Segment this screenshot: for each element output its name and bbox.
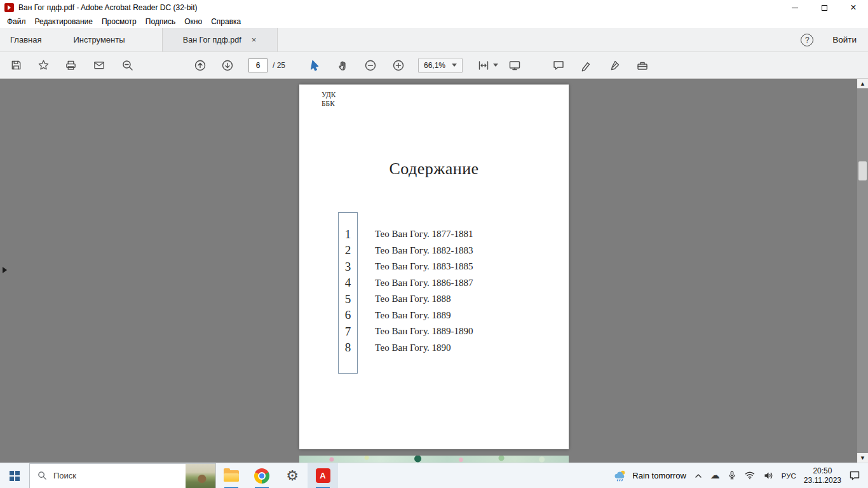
comment-bubble-icon <box>552 59 565 72</box>
plus-circle-icon <box>392 59 405 72</box>
scrollbar-thumb[interactable] <box>858 161 867 180</box>
toc-row: 2Тео Ван Гогу. 1882-1883 <box>338 243 473 259</box>
start-button[interactable] <box>0 463 29 488</box>
toc-number: 8 <box>338 341 358 355</box>
help-icon[interactable]: ? <box>801 34 813 46</box>
printer-icon <box>65 59 77 71</box>
acrobat-app-icon <box>4 3 14 12</box>
zoom-in-button[interactable] <box>389 56 408 75</box>
tab-home[interactable]: Главная <box>0 28 51 51</box>
highlight-button[interactable] <box>577 56 596 75</box>
page-count-label: / 25 <box>273 61 285 70</box>
minimize-button[interactable] <box>780 0 810 15</box>
toc-label: Тео Ван Гогу. 1877-1881 <box>375 229 473 240</box>
search-input[interactable] <box>53 471 158 480</box>
tab-bar: Главная Инструменты Ван Гог пдф.pdf × ? … <box>0 28 868 52</box>
tab-document-label: Ван Гог пдф.pdf <box>183 36 241 44</box>
maximize-icon <box>822 5 827 11</box>
zoom-level-dropdown[interactable]: 66,1% <box>418 58 463 73</box>
page-number-input[interactable] <box>248 58 268 72</box>
menu-window[interactable]: Окно <box>184 17 203 27</box>
hidden-icons-chevron-icon[interactable] <box>694 472 703 480</box>
maximize-button[interactable] <box>810 0 839 15</box>
scroll-up-button[interactable]: ▲ <box>857 79 868 88</box>
taskbar-file-explorer[interactable] <box>216 463 247 488</box>
save-button[interactable] <box>6 56 25 75</box>
envelope-icon <box>93 59 105 71</box>
sign-in-button[interactable]: Войти <box>832 35 857 44</box>
toc-number: 7 <box>338 325 358 339</box>
toc-number: 6 <box>338 308 358 322</box>
toc-row: 6Тео Ван Гогу. 1889 <box>338 308 473 324</box>
toc-row: 3Тео Ван Гогу. 1883-1885 <box>338 259 473 275</box>
page-fit-dropdown[interactable] <box>477 59 498 72</box>
toc-label: Тео Ван Гогу. 1890 <box>375 342 451 353</box>
scroll-down-button[interactable]: ▼ <box>857 453 868 463</box>
taskbar-right: Rain tomorrow ☁ РУС 20:50 23.11.2023 <box>614 466 868 485</box>
pdf-page: УДК ББК Содержание 1Тео Ван Гогу. 1877-1… <box>299 85 569 449</box>
wifi-icon[interactable] <box>744 471 756 480</box>
taskbar-clock[interactable]: 20:50 23.11.2023 <box>804 466 841 485</box>
close-icon: × <box>850 3 856 13</box>
windows-logo-icon <box>10 471 20 481</box>
taskbar-acrobat[interactable]: A <box>308 463 338 488</box>
presentation-screen-icon <box>508 59 521 72</box>
microphone-icon[interactable] <box>728 470 736 481</box>
more-tools-button[interactable] <box>633 56 652 75</box>
weather-widget[interactable]: Rain tomorrow <box>614 469 686 482</box>
toc-label: Тео Ван Гогу. 1883-1885 <box>375 261 473 272</box>
toc-label: Тео Ван Гогу. 1889-1890 <box>375 326 473 337</box>
tab-close-icon[interactable]: × <box>252 35 257 44</box>
navigation-pane-toggle[interactable] <box>3 267 7 273</box>
rain-cloud-icon <box>614 469 627 482</box>
window-controls: × <box>780 0 868 15</box>
gear-icon: ⚙ <box>286 469 299 483</box>
menu-edit[interactable]: Редактирование <box>34 17 93 27</box>
hand-tool-button[interactable] <box>334 56 353 75</box>
search-icon <box>37 471 47 480</box>
toc-list: 1Тео Ван Гогу. 1877-1881 2Тео Ван Гогу. … <box>338 226 473 356</box>
toc-label: Тео Ван Гогу. 1889 <box>375 310 451 321</box>
tab-tools[interactable]: Инструменты <box>63 28 135 51</box>
taskbar-search[interactable] <box>29 463 216 488</box>
toc-number: 2 <box>338 243 358 257</box>
onedrive-cloud-icon[interactable]: ☁ <box>710 471 720 480</box>
fullscreen-button[interactable] <box>505 56 524 75</box>
previous-page-button[interactable] <box>191 56 210 75</box>
volume-icon[interactable] <box>763 471 774 480</box>
favorites-button[interactable] <box>34 56 53 75</box>
comment-button[interactable] <box>549 56 568 75</box>
clock-date: 23.11.2023 <box>804 476 841 485</box>
close-button[interactable]: × <box>839 0 868 15</box>
scroll-up-icon: ▲ <box>861 81 864 86</box>
menu-view[interactable]: Просмотр <box>101 17 137 27</box>
fit-width-icon <box>477 59 490 72</box>
taskbar-chrome[interactable] <box>247 463 277 488</box>
toc-row: 8Тео Ван Гогу. 1890 <box>338 340 473 356</box>
toolbar: / 25 66,1% <box>0 52 868 79</box>
fill-sign-button[interactable] <box>605 56 624 75</box>
language-indicator[interactable]: РУС <box>782 472 796 480</box>
search-daily-image[interactable] <box>186 464 215 488</box>
tab-document[interactable]: Ван Гог пдф.pdf × <box>162 28 278 51</box>
toc-number: 4 <box>338 276 358 290</box>
menu-sign[interactable]: Подпись <box>145 17 177 27</box>
marquee-zoom-button[interactable] <box>118 56 137 75</box>
next-page-button[interactable] <box>218 56 237 75</box>
weather-label: Rain tomorrow <box>632 471 686 480</box>
taskbar-settings[interactable]: ⚙ <box>277 463 308 488</box>
pdf-next-page-preview <box>299 456 569 463</box>
menu-help[interactable]: Справка <box>210 17 241 27</box>
scroll-down-icon: ▼ <box>861 456 864 461</box>
zoom-out-button[interactable] <box>361 56 380 75</box>
toc-number: 1 <box>338 227 358 241</box>
page-up-icon <box>194 59 207 72</box>
fountain-pen-icon <box>608 59 621 72</box>
email-button[interactable] <box>90 56 109 75</box>
select-tool-button[interactable] <box>305 56 324 75</box>
action-center-icon[interactable] <box>849 470 860 481</box>
print-button[interactable] <box>61 56 80 75</box>
menu-file[interactable]: Файл <box>6 17 27 27</box>
window-title: Ван Гог пдф.pdf - Adobe Acrobat Reader D… <box>18 3 198 12</box>
vertical-scrollbar[interactable]: ▲ ▼ <box>857 79 868 463</box>
